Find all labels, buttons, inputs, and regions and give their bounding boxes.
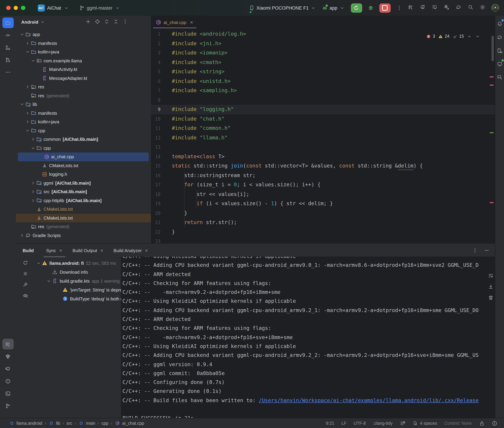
tool-window-button-terminal[interactable]: [2, 388, 14, 399]
tool-window-button-device-manager[interactable]: [495, 46, 504, 56]
tree-item-res[interactable]: res: [16, 82, 151, 91]
debug-button[interactable]: [368, 5, 373, 11]
tree-item-gradle-scripts[interactable]: Gradle Scripts: [16, 231, 151, 240]
tool-window-button-gemini-chat[interactable]: [495, 72, 504, 82]
next-problem-icon[interactable]: [475, 33, 480, 39]
tree-item-manifests[interactable]: manifests: [16, 39, 151, 48]
file-lock-icon[interactable]: [479, 421, 485, 426]
tree-item-cpp[interactable]: cpp: [16, 144, 151, 152]
tree-item-ggml[interactable]: ggml[AiChat.lib.main]: [16, 179, 151, 187]
tool-window-button-app-insights-diamond[interactable]: [2, 351, 14, 362]
chevron-down-icon[interactable]: [19, 32, 25, 37]
editor-scrollbar-thumb[interactable]: [491, 36, 494, 61]
error-stripe-mark[interactable]: [490, 202, 493, 203]
tree-item-res[interactable]: res(generated): [16, 91, 151, 100]
rerun-button[interactable]: [351, 3, 362, 13]
attach-debugger-button[interactable]: [444, 4, 449, 11]
expand-all-button[interactable]: [104, 19, 109, 25]
breadcrumb-llama-android[interactable]: llama.android: [9, 421, 42, 426]
tree-item-cmakelists-txt[interactable]: CMakeLists.txt: [16, 205, 151, 214]
breadcrumb-main[interactable]: main: [78, 421, 95, 426]
chevron-down-icon[interactable]: [25, 128, 30, 133]
hide-button[interactable]: [132, 19, 137, 25]
code-line-13[interactable]: 13: [151, 142, 495, 152]
zoom-window-button[interactable]: [21, 6, 25, 10]
trash-button[interactable]: [488, 295, 493, 302]
build-console[interactable]: C/C++: -- Using KleidiAI optimized kerne…: [121, 256, 495, 418]
code-line-20[interactable]: 20 }: [151, 208, 495, 218]
code-line-23[interactable]: 23: [151, 237, 495, 243]
tool-window-button-gradle[interactable]: [495, 32, 504, 42]
search-button[interactable]: [468, 4, 473, 11]
tool-window-button-notifications-bell[interactable]: [495, 19, 504, 29]
editor-tab-ai_chat[interactable]: ai_chat.cpp: [151, 16, 198, 28]
tree-item-res[interactable]: res(generated): [16, 222, 151, 231]
tree-item-ai-chat-cpp[interactable]: ai_chat.cpp: [18, 152, 149, 161]
tree-item-manifests[interactable]: manifests: [16, 109, 151, 117]
highlighting-level-icon[interactable]: [400, 421, 405, 426]
code-line-3[interactable]: 3#include <iomanip>: [151, 48, 495, 58]
tree-item-com-example-llama[interactable]: com.example.llama: [16, 56, 151, 65]
tree-item-cmakelists-txt[interactable]: CMakeLists.txt: [16, 214, 151, 222]
tree-item-cpp-httplib[interactable]: cpp-httplib[AiChat.lib.main]: [16, 196, 151, 205]
tool-window-button-structure[interactable]: [2, 42, 14, 53]
vcs-stripe-mark[interactable]: [490, 132, 493, 133]
build-tab-sync[interactable]: Sync: [43, 244, 66, 257]
chevron-right-icon[interactable]: [25, 41, 30, 46]
chevron-down-icon[interactable]: [30, 58, 36, 64]
chevron-down-icon[interactable]: [30, 145, 36, 151]
code-line-22[interactable]: 22}: [151, 227, 495, 237]
code-line-6[interactable]: 6#include <unistd.h>: [151, 77, 495, 86]
project-widget[interactable]: AC AiChat: [38, 4, 69, 11]
error-stripe-mark[interactable]: [490, 76, 493, 77]
chevron-down-icon[interactable]: [19, 102, 25, 107]
close-tab-icon[interactable]: [189, 19, 194, 25]
console-link[interactable]: /Users/hanyin/Workspace/ai-chat/examples…: [259, 397, 479, 403]
chevron-right-icon[interactable]: [25, 110, 30, 116]
hide-build-panel-button[interactable]: [484, 248, 489, 253]
x-close-icon[interactable]: [145, 248, 149, 253]
tool-window-button-problems-alert[interactable]: [2, 376, 14, 386]
tree-item-messageadapter-kt[interactable]: MessageAdapter.kt: [16, 74, 151, 82]
tree-item-lib[interactable]: lib: [16, 100, 151, 109]
code-editor[interactable]: 1#include <android/log.h>2#include <jni.…: [151, 28, 495, 243]
chevron-right-icon[interactable]: [30, 180, 36, 186]
chevron-right-icon[interactable]: [30, 198, 36, 203]
tree-item-app[interactable]: app: [16, 30, 151, 39]
tool-window-button-project-folder[interactable]: [2, 17, 14, 28]
project-view-selector[interactable]: Android: [21, 19, 46, 25]
tool-window-button-git-branch[interactable]: [2, 400, 14, 411]
collapse-all-button[interactable]: [113, 19, 119, 25]
breadcrumb-ai-chat-cpp[interactable]: ai_chat.cpp: [115, 421, 144, 426]
chevron-down-icon[interactable]: [46, 278, 52, 284]
stop-square-button[interactable]: [23, 271, 28, 278]
scroll-end-button[interactable]: [488, 284, 493, 291]
breadcrumb-lib[interactable]: lib: [48, 421, 60, 426]
analyzer-status[interactable]: .clang-tidy: [373, 421, 393, 426]
build-tab-build-analyzer[interactable]: Build Analyzer: [110, 244, 152, 257]
prev-problem-icon[interactable]: [467, 33, 472, 39]
plus-button[interactable]: [85, 19, 91, 25]
tree-item-cmakelists-txt[interactable]: CMakeLists.txt: [16, 161, 151, 170]
code-line-19[interactable]: 19 if (i < values.size() - 1) { str << d…: [151, 199, 495, 208]
breadcrumb-src[interactable]: src: [67, 421, 72, 426]
profiler-button[interactable]: [432, 4, 437, 11]
event-log-icon[interactable]: [492, 421, 497, 426]
tree-item-kotlin-java[interactable]: kotlin+java: [16, 48, 151, 56]
settings-gear-button[interactable]: [480, 4, 485, 11]
refresh-button[interactable]: [23, 260, 28, 266]
chevron-right-icon[interactable]: [30, 189, 36, 195]
tool-window-button-more-horizontal[interactable]: [2, 67, 14, 77]
code-line-12[interactable]: 12#include "llama.h": [151, 133, 495, 142]
x-close-icon[interactable]: [100, 248, 104, 253]
code-line-7[interactable]: 7#include <sampling.h>: [151, 86, 495, 95]
tool-window-button-build-hammer[interactable]: [2, 339, 14, 349]
x-close-icon[interactable]: [59, 248, 63, 253]
tree-item-common[interactable]: common[AiChat.lib.main]: [16, 135, 151, 144]
file-encoding[interactable]: UTF-8: [354, 421, 366, 426]
code-line-17[interactable]: 17 for (size_t i = 0; i < values.size();…: [151, 180, 495, 189]
line-ending[interactable]: LF: [342, 421, 346, 426]
minimize-window-button[interactable]: [14, 6, 18, 10]
pin-button[interactable]: [23, 282, 28, 288]
chevron-down-icon[interactable]: [25, 49, 30, 55]
